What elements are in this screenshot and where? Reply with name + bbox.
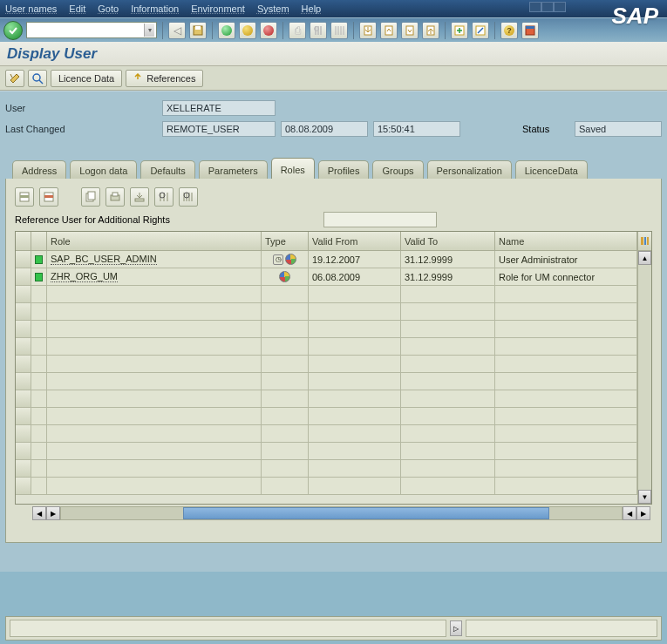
status-expand-button[interactable]: ▷ xyxy=(450,620,462,636)
role-header[interactable]: Role xyxy=(47,232,262,251)
table-row[interactable] xyxy=(16,338,637,356)
table-row[interactable] xyxy=(16,390,637,408)
window-controls[interactable] xyxy=(529,2,566,12)
role-cell[interactable]: ZHR_ORG_UM xyxy=(47,268,262,286)
menu-system[interactable]: System xyxy=(257,3,289,14)
row-selector[interactable] xyxy=(16,268,31,286)
menu-environment[interactable]: Environment xyxy=(191,3,245,14)
valid-from-cell[interactable]: 06.08.2009 xyxy=(309,268,401,286)
row-selector[interactable] xyxy=(16,251,31,268)
scroll-left-button[interactable]: ◀ xyxy=(32,506,46,520)
scroll-left2-button[interactable]: ▶ xyxy=(46,506,60,520)
nav-exit-button[interactable] xyxy=(239,22,256,39)
scroll-right2-button[interactable]: ◀ xyxy=(623,506,636,520)
menu-goto[interactable]: Goto xyxy=(98,3,119,14)
horizontal-scrollbar[interactable]: ◀ ▶ ◀ ▶ xyxy=(32,506,650,520)
menu-edit[interactable]: Edit xyxy=(69,3,85,14)
role-cell[interactable]: SAP_BC_USER_ADMIN xyxy=(47,251,262,268)
find-role-button[interactable] xyxy=(154,187,174,207)
menu-user-names[interactable]: User names xyxy=(5,3,57,14)
shortcut-button[interactable] xyxy=(472,22,489,39)
table-row[interactable]: SAP_BC_USER_ADMIN ◷ 19.12.2007 31.12.999… xyxy=(16,251,637,268)
command-dropdown-icon[interactable]: ▾ xyxy=(144,24,154,37)
status-cell xyxy=(31,268,47,286)
copy-button[interactable] xyxy=(81,187,100,207)
vertical-scrollbar[interactable]: ▲ ▼ xyxy=(637,251,651,504)
table-row[interactable] xyxy=(16,356,637,373)
find-button[interactable] xyxy=(310,22,327,39)
first-page-button[interactable] xyxy=(359,22,377,39)
tab-licence-data[interactable]: LicenceData xyxy=(515,160,588,179)
table-row[interactable] xyxy=(16,373,637,390)
help-button[interactable]: ? xyxy=(500,22,518,39)
save-button[interactable] xyxy=(189,22,207,39)
new-session-button[interactable] xyxy=(451,22,468,39)
clock-icon: ◷ xyxy=(273,254,283,265)
menu-help[interactable]: Help xyxy=(302,3,322,14)
tab-parameters[interactable]: Parameters xyxy=(199,160,268,179)
nav-back-button[interactable] xyxy=(218,22,235,39)
table-row[interactable] xyxy=(16,321,637,338)
references-button[interactable]: References xyxy=(126,70,203,87)
status-header[interactable] xyxy=(31,232,47,251)
last-page-button[interactable] xyxy=(422,22,439,39)
valid-from-header[interactable]: Valid From xyxy=(309,232,401,251)
layout-menu-button[interactable] xyxy=(521,22,539,39)
tab-logon-data[interactable]: Logon data xyxy=(70,160,137,179)
tab-profiles[interactable]: Profiles xyxy=(318,160,370,179)
select-all-header[interactable] xyxy=(16,232,31,251)
tab-roles[interactable]: Roles xyxy=(271,158,315,179)
table-row[interactable] xyxy=(16,286,637,303)
valid-from-cell[interactable]: 19.12.2007 xyxy=(309,251,401,268)
svg-rect-25 xyxy=(647,237,649,245)
next-page-button[interactable] xyxy=(401,22,419,39)
delete-row-button[interactable] xyxy=(39,187,58,207)
ok-button[interactable] xyxy=(3,21,23,40)
minimize-icon[interactable] xyxy=(529,2,541,12)
prev-page-button[interactable] xyxy=(380,22,398,39)
reference-user-input[interactable] xyxy=(323,212,437,227)
table-row[interactable] xyxy=(16,408,637,425)
table-row[interactable] xyxy=(16,478,637,495)
close-icon[interactable] xyxy=(554,2,566,12)
scroll-down-button[interactable]: ▼ xyxy=(638,490,651,504)
nav-cancel-button[interactable] xyxy=(260,22,277,39)
print-row-button[interactable] xyxy=(105,187,125,207)
display-change-button[interactable] xyxy=(5,70,24,87)
type-cell[interactable] xyxy=(262,268,309,286)
licence-data-button[interactable]: Licence Data xyxy=(51,70,122,87)
table-row[interactable] xyxy=(16,460,637,478)
valid-to-header[interactable]: Valid To xyxy=(401,232,495,251)
print-button[interactable]: ⎙ xyxy=(289,22,306,39)
tab-defaults[interactable]: Defaults xyxy=(140,160,194,179)
command-field[interactable]: ▾ xyxy=(26,22,157,38)
valid-to-cell[interactable]: 31.12.9999 xyxy=(401,268,495,286)
table-row[interactable] xyxy=(16,303,637,321)
configure-columns-button[interactable] xyxy=(637,232,651,251)
type-cell[interactable]: ◷ xyxy=(262,251,309,268)
scroll-track[interactable] xyxy=(638,265,651,490)
overview-button[interactable] xyxy=(28,70,47,87)
download-button[interactable] xyxy=(130,187,149,207)
valid-to-cell[interactable]: 31.12.9999 xyxy=(401,251,495,268)
insert-row-button[interactable] xyxy=(15,187,34,207)
menu-bar: User names Edit Goto Information Environ… xyxy=(0,0,667,17)
table-row[interactable]: ZHR_ORG_UM 06.08.2009 31.12.9999 Role fo… xyxy=(16,268,637,286)
find-next-role-button[interactable] xyxy=(179,187,198,207)
find-next-button[interactable] xyxy=(330,22,348,39)
type-header[interactable]: Type xyxy=(262,232,309,251)
main-menu[interactable]: User names Edit Goto Information Environ… xyxy=(5,3,321,14)
maximize-icon[interactable] xyxy=(541,2,554,12)
scroll-right-button[interactable]: ▶ xyxy=(636,506,650,520)
tab-groups[interactable]: Groups xyxy=(372,160,423,179)
name-header[interactable]: Name xyxy=(495,232,637,251)
table-row[interactable] xyxy=(16,443,637,460)
tab-personalization[interactable]: Personalization xyxy=(427,160,512,179)
back-button[interactable]: ◁ xyxy=(168,22,186,39)
table-row[interactable] xyxy=(16,425,637,443)
hscroll-track[interactable] xyxy=(60,506,623,520)
tab-address[interactable]: Address xyxy=(12,160,66,179)
menu-information[interactable]: Information xyxy=(131,3,179,14)
scroll-up-button[interactable]: ▲ xyxy=(638,251,651,265)
hscroll-thumb[interactable] xyxy=(183,507,549,519)
